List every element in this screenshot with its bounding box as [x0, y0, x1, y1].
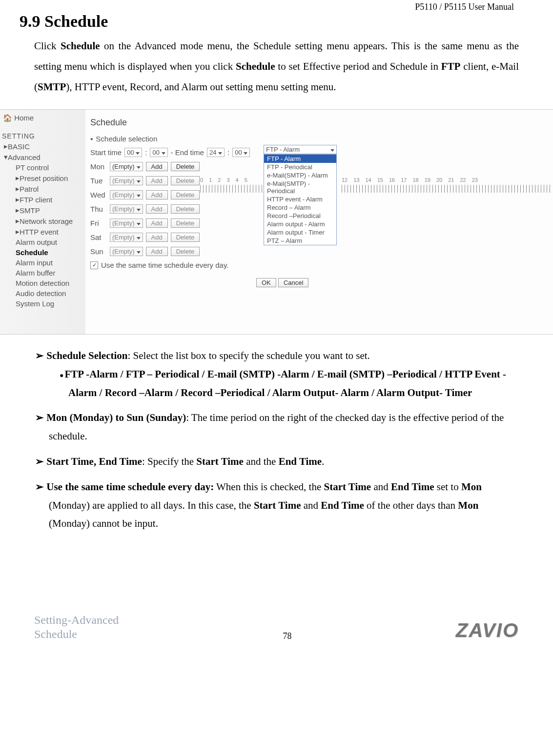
dropdown-item[interactable]: e-Mail(SMTP) - Alarm — [264, 171, 336, 179]
tree-item[interactable]: ▸ FTP client — [1, 194, 85, 205]
tree-item[interactable]: ▸ HTTP event — [1, 226, 85, 237]
chevron-down-icon — [137, 163, 141, 170]
start-hour-select[interactable]: 00 — [124, 148, 142, 157]
chevron-down-icon — [244, 149, 247, 156]
bullet-text: and the — [244, 456, 279, 467]
chevron-down-icon — [218, 149, 222, 156]
dropdown-item[interactable]: FTP - Periodical — [264, 163, 336, 171]
tree-label: PT control — [16, 163, 49, 172]
dropdown-item[interactable]: Alarm output - Timer — [264, 228, 336, 237]
tree-item[interactable]: Audio detection — [1, 288, 85, 298]
add-button: Add — [146, 190, 168, 199]
value: (Empty) — [112, 205, 135, 213]
dropdown-item[interactable]: HTTP event - Alarm — [264, 195, 336, 203]
add-button: Add — [146, 233, 168, 242]
tree-label: FTP client — [20, 196, 52, 204]
dropdown-item[interactable]: FTP - Alarm — [264, 155, 336, 163]
dropdown-closed[interactable]: FTP - Alarm — [264, 145, 337, 154]
end-min-select[interactable]: 00 — [232, 148, 250, 157]
tree-item[interactable]: ▸ Preset position — [1, 173, 85, 183]
dropdown-item[interactable]: Alarm output - Alarm — [264, 220, 336, 228]
tick: 12 — [342, 177, 348, 183]
header-manual-title: P5110 / P5115 User Manual — [34, 0, 519, 12]
tree-item[interactable]: ▸ Network storage — [1, 216, 85, 226]
tick: 17 — [401, 177, 407, 183]
tree-advanced[interactable]: ▾ Advanced — [1, 152, 85, 162]
bullet-bold: Mon — [461, 481, 482, 493]
tree-label: Schedule — [16, 248, 48, 257]
tree-label: Patrol — [20, 185, 39, 193]
value: (Empty) — [112, 191, 135, 199]
home-label: Home — [14, 114, 34, 122]
tree-item[interactable]: ▸ SMTP — [1, 205, 85, 216]
bullet-start-end: Start Time, End Time: Specify the Start … — [49, 453, 519, 471]
value: 00 — [235, 149, 242, 156]
dropdown-item[interactable]: PTZ – Alarm — [264, 237, 336, 245]
bullet-text: (Monday) cannot be input. — [49, 517, 158, 529]
day-label: Fri — [90, 219, 107, 227]
dropdown-item[interactable]: e-Mail(SMTP) - Periodical — [264, 179, 336, 195]
tree-item-selected[interactable]: Schedule — [1, 247, 85, 258]
bullet-schedule-selection: Schedule Selection: Select the list box … — [49, 347, 519, 402]
chevron-down-icon — [137, 205, 141, 213]
delete-button: Delete — [171, 204, 200, 214]
tick: 13 — [353, 177, 359, 183]
delete-button: Delete — [171, 233, 200, 242]
tree-item[interactable]: Alarm buffer — [1, 268, 85, 278]
range-select: (Empty) — [110, 247, 143, 256]
intro-bold: Schedule — [61, 40, 100, 52]
intro-text: Click — [34, 40, 61, 52]
intro-paragraph: Click Schedule on the Advanced mode menu… — [34, 36, 519, 97]
tree-item[interactable]: System Log — [1, 298, 85, 309]
panel-title: Schedule — [90, 118, 553, 128]
same-day-checkbox[interactable]: ✓ — [90, 261, 98, 269]
chevron-down-icon — [137, 177, 141, 184]
footer-line: Schedule — [34, 627, 119, 641]
bullet-text: and — [371, 481, 391, 493]
delete-button[interactable]: Delete — [171, 162, 200, 171]
cancel-button[interactable]: Cancel — [278, 278, 308, 287]
tick: 1 — [209, 177, 212, 183]
tree-basic[interactable]: ▸ BASIC — [1, 141, 85, 152]
intro-bold: Schedule — [236, 60, 275, 72]
value: (Empty) — [112, 163, 135, 170]
bullet-bold: End Time — [279, 456, 322, 467]
ok-button[interactable]: OK — [256, 278, 276, 287]
embedded-screenshot: 🏠 Home SETTING ▸ BASIC ▾ Advanced PT con… — [0, 109, 553, 335]
tree-item[interactable]: ▸ Patrol — [1, 183, 85, 194]
add-button: Add — [146, 204, 168, 214]
tick: 15 — [377, 177, 383, 183]
tree-item[interactable]: Motion detection — [1, 278, 85, 288]
bullet-bold: Start Time — [196, 456, 244, 467]
end-hour-select[interactable]: 24 — [207, 148, 225, 157]
footer-section-path: Setting-Advanced Schedule — [34, 613, 119, 641]
bullet-bold: Mon — [458, 499, 478, 511]
tree-item[interactable]: Alarm input — [1, 258, 85, 268]
tree-label: Alarm output — [16, 238, 57, 246]
dropdown-item[interactable]: Record – Alarm — [264, 203, 336, 212]
chevron-down-icon — [137, 234, 141, 241]
chevron-down-icon — [137, 219, 141, 227]
schedule-type-dropdown[interactable]: FTP - Alarm FTP - Alarm FTP - Periodical… — [264, 145, 337, 245]
home-link[interactable]: 🏠 Home — [0, 113, 85, 123]
bullet-text: (Monday) are applied to all days. In thi… — [49, 499, 254, 511]
nav-tree: ▸ BASIC ▾ Advanced PT control ▸ Preset p… — [0, 141, 85, 309]
bullet-text: : Select the list box to specify the sch… — [128, 350, 370, 361]
value: (Empty) — [112, 234, 135, 241]
tick: 20 — [436, 177, 442, 183]
section-number: 9.9 — [20, 12, 41, 30]
dropdown-item[interactable]: Record –Periodical — [264, 212, 336, 220]
start-min-select[interactable]: 00 — [150, 148, 167, 157]
page-footer: Setting-Advanced Schedule 78 ZAVIO — [0, 613, 553, 641]
tick: 22 — [460, 177, 466, 183]
ruler-left-nums: 0 1 2 3 4 5 — [200, 177, 247, 183]
tree-item[interactable]: Alarm output — [1, 237, 85, 247]
day-label: Sun — [90, 247, 107, 256]
day-label: Sat — [90, 233, 107, 241]
tree-label: Motion detection — [16, 279, 69, 287]
add-button[interactable]: Add — [146, 162, 168, 171]
range-select[interactable]: (Empty) — [110, 162, 143, 171]
chevron-down-icon — [136, 149, 140, 156]
tree-item[interactable]: PT control — [1, 162, 85, 173]
tick: 3 — [226, 177, 229, 183]
